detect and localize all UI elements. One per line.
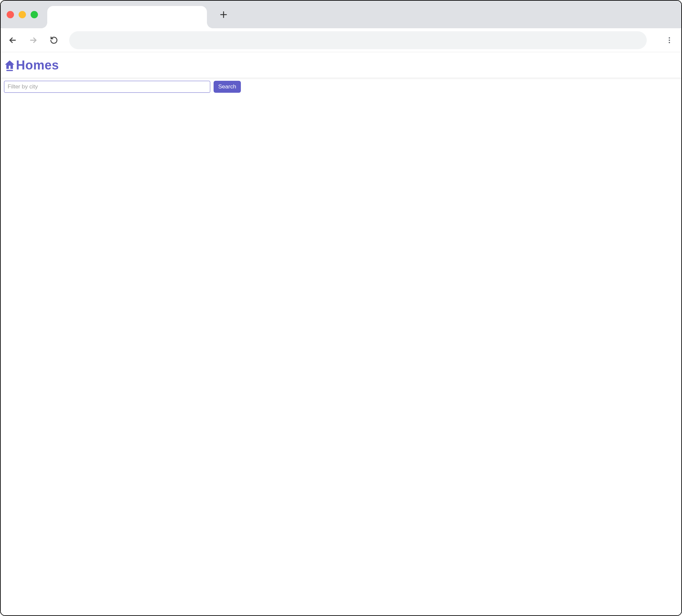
browser-toolbar <box>1 28 681 52</box>
svg-rect-3 <box>9 66 10 69</box>
kebab-icon <box>665 36 673 44</box>
arrow-right-icon <box>29 35 38 45</box>
brand-name: Homes <box>16 58 59 72</box>
search-form: Search <box>1 78 681 95</box>
svg-point-1 <box>669 39 670 41</box>
plus-icon <box>219 10 228 19</box>
browser-menu-button[interactable] <box>662 33 677 48</box>
window-controls <box>7 11 38 18</box>
new-tab-button[interactable] <box>217 8 230 21</box>
search-button[interactable]: Search <box>213 81 241 93</box>
arrow-left-icon <box>8 35 17 45</box>
browser-tab-strip <box>1 1 681 28</box>
city-filter-input[interactable] <box>4 81 210 93</box>
forward-button[interactable] <box>26 33 41 48</box>
maximize-window-button[interactable] <box>30 11 38 18</box>
address-bar[interactable] <box>69 31 647 49</box>
browser-tab[interactable] <box>47 6 207 28</box>
minimize-window-button[interactable] <box>19 11 26 18</box>
back-button[interactable] <box>5 33 20 48</box>
svg-point-0 <box>669 37 670 38</box>
reload-icon <box>50 36 58 45</box>
svg-rect-4 <box>6 70 13 71</box>
app-header: Homes <box>1 52 681 78</box>
reload-button[interactable] <box>47 33 61 48</box>
svg-point-2 <box>669 42 670 43</box>
close-window-button[interactable] <box>7 11 14 18</box>
house-icon <box>4 58 15 72</box>
